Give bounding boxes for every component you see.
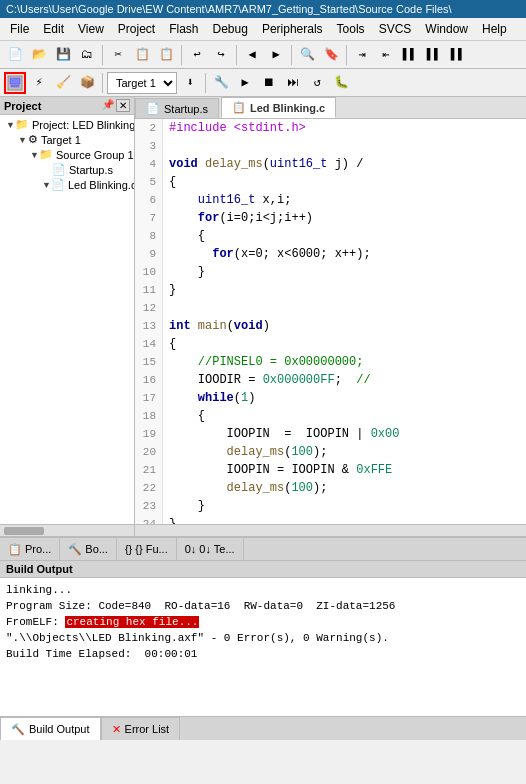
col-btn2[interactable]: ▌▌ — [423, 44, 445, 66]
build-target-highlighted-btn[interactable] — [4, 72, 26, 94]
tree-led-blinking-c[interactable]: ▼ 📄 Led Blinking.c — [2, 177, 132, 192]
sep4 — [291, 45, 292, 65]
bottom-tab-fu-label: {} Fu... — [135, 543, 167, 555]
code-scrollbar[interactable] — [135, 524, 526, 536]
build-line-0: linking... — [6, 582, 520, 598]
line-content-10: } — [163, 263, 526, 281]
sep2 — [181, 45, 182, 65]
bottom-tab-pro-label: Pro... — [25, 543, 51, 555]
line-num-19: 19 — [135, 425, 163, 443]
menu-view[interactable]: View — [72, 20, 110, 38]
line-num-2: 2 — [135, 119, 163, 137]
line-num-10: 10 — [135, 263, 163, 281]
back-btn[interactable]: ◀ — [241, 44, 263, 66]
flash-btn[interactable]: ⚡ — [28, 72, 50, 94]
save-btn[interactable]: 💾 — [52, 44, 74, 66]
expand-group-icon: ▼ — [30, 150, 39, 160]
line-content-11: } — [163, 281, 526, 299]
bottom-tab-pro[interactable]: 📋 Pro... — [0, 538, 60, 560]
scroll-thumb[interactable] — [4, 527, 44, 535]
project-scrollbar[interactable] — [0, 524, 134, 536]
menu-window[interactable]: Window — [419, 20, 474, 38]
sep1 — [102, 45, 103, 65]
bottom-tab-te-icon: 0↓ — [185, 543, 197, 555]
copy-btn[interactable]: 📋 — [131, 44, 153, 66]
clean-btn[interactable]: 🧹 — [52, 72, 74, 94]
new-btn[interactable]: 📄 — [4, 44, 26, 66]
search-btn[interactable]: 🔍 — [296, 44, 318, 66]
line-num-22: 22 — [135, 479, 163, 497]
sep6 — [102, 73, 103, 93]
target-options-btn[interactable]: ⬇ — [179, 72, 201, 94]
line-content-17: while(1) — [163, 389, 526, 407]
run-btn[interactable]: ▶ — [234, 72, 256, 94]
col-btn3[interactable]: ▌▌ — [447, 44, 469, 66]
line-num-23: 23 — [135, 497, 163, 515]
source-group-icon: 📁 — [39, 148, 53, 161]
debug-option-btn[interactable]: 🐛 — [330, 72, 352, 94]
sep7 — [205, 73, 206, 93]
menu-file[interactable]: File — [4, 20, 35, 38]
code-line-19: 19 IOOPIN = IOOPIN | 0x00 — [135, 425, 526, 443]
expand-file2-icon: ▼ — [42, 180, 51, 190]
code-line-7: 7 for(i=0;i<j;i++) — [135, 209, 526, 227]
tab-startup-s[interactable]: 📄 Startup.s — [135, 98, 219, 118]
project-pin-btn[interactable]: 📌 — [102, 99, 114, 112]
target-select[interactable]: Target 1 — [107, 72, 177, 94]
build-content[interactable]: linking... Program Size: Code=840 RO-dat… — [0, 578, 526, 716]
bottom-tab-fu[interactable]: {} {} Fu... — [117, 538, 177, 560]
footer-tab-build[interactable]: 🔨 Build Output — [0, 717, 101, 740]
code-line-10: 10 } — [135, 263, 526, 281]
line-content-21: IOOPIN = IOOPIN & 0xFFE — [163, 461, 526, 479]
reset-btn[interactable]: ↺ — [306, 72, 328, 94]
undo-btn[interactable]: ↩ — [186, 44, 208, 66]
tree-target1[interactable]: ▼ ⚙ Target 1 — [2, 132, 132, 147]
line-num-18: 18 — [135, 407, 163, 425]
menu-project[interactable]: Project — [112, 20, 161, 38]
stop-btn[interactable]: ⏹ — [258, 72, 280, 94]
bottom-tab-te[interactable]: 0↓ 0↓ Te... — [177, 538, 244, 560]
target-icon: ⚙ — [28, 133, 38, 146]
outdent-btn[interactable]: ⇤ — [375, 44, 397, 66]
project-label: Project — [4, 100, 41, 112]
menu-svcs[interactable]: SVCS — [373, 20, 418, 38]
bottom-tab-bo[interactable]: 🔨 Bo... — [60, 538, 117, 560]
manage-btn[interactable]: 🔧 — [210, 72, 232, 94]
fwd-btn[interactable]: ▶ — [265, 44, 287, 66]
project-titlebar: Project 📌 ✕ — [0, 97, 134, 115]
bookmark-btn[interactable]: 🔖 — [320, 44, 342, 66]
code-editor[interactable]: 2 #include <stdint.h> 3 4 void delay_ms(… — [135, 119, 526, 524]
project-close-btn[interactable]: ✕ — [116, 99, 130, 112]
paste-btn[interactable]: 📋 — [155, 44, 177, 66]
line-content-13: int main(void) — [163, 317, 526, 335]
save-all-btn[interactable]: 🗂 — [76, 44, 98, 66]
line-content-8: { — [163, 227, 526, 245]
tree-source-group[interactable]: ▼ 📁 Source Group 1 — [2, 147, 132, 162]
line-num-4: 4 — [135, 155, 163, 173]
menu-debug[interactable]: Debug — [207, 20, 254, 38]
file-led-icon: 📄 — [51, 178, 65, 191]
project-name: Project: LED Blinking — [32, 119, 134, 131]
indent-btn[interactable]: ⇥ — [351, 44, 373, 66]
menu-tools[interactable]: Tools — [331, 20, 371, 38]
menu-help[interactable]: Help — [476, 20, 513, 38]
bottom-tab-fu-icon: {} — [125, 543, 132, 555]
menu-edit[interactable]: Edit — [37, 20, 70, 38]
line-content-2: #include <stdint.h> — [163, 119, 526, 137]
batch-btn[interactable]: 📦 — [76, 72, 98, 94]
col-btn1[interactable]: ▌▌ — [399, 44, 421, 66]
tree-startup-s[interactable]: 📄 Startup.s — [2, 162, 132, 177]
tree-project-root[interactable]: ▼ 📁 Project: LED Blinking — [2, 117, 132, 132]
code-line-3: 3 — [135, 137, 526, 155]
line-content-22: delay_ms(100); — [163, 479, 526, 497]
step-btn[interactable]: ⏭ — [282, 72, 304, 94]
open-btn[interactable]: 📂 — [28, 44, 50, 66]
footer-tab-errors[interactable]: ✕ Error List — [101, 717, 181, 740]
bottom-tab-te-label: 0↓ Te... — [199, 543, 234, 555]
redo-btn[interactable]: ↪ — [210, 44, 232, 66]
cut-btn[interactable]: ✂ — [107, 44, 129, 66]
build-line-3: ".\\Objects\\LED Blinking.axf" - 0 Error… — [6, 630, 520, 646]
menu-peripherals[interactable]: Peripherals — [256, 20, 329, 38]
menu-flash[interactable]: Flash — [163, 20, 204, 38]
tab-led-blinking-c[interactable]: 📋 Led Blinking.c — [221, 97, 336, 118]
